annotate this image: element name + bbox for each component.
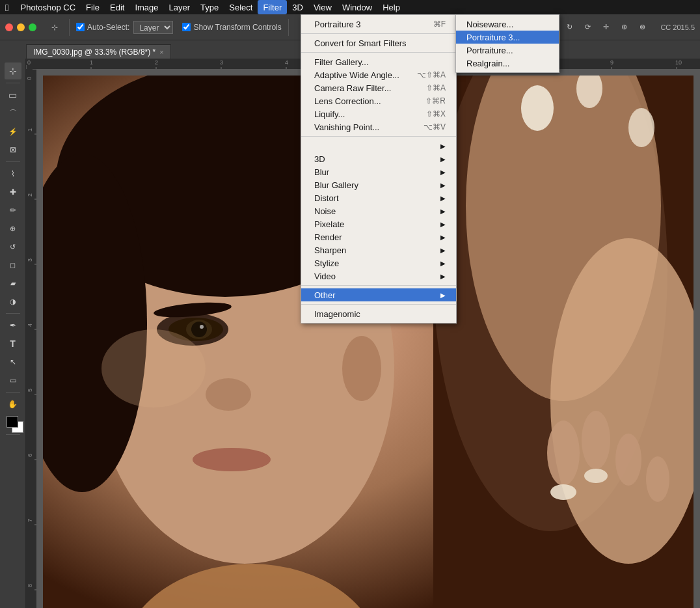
- svg-point-68: [646, 456, 669, 502]
- eraser-tool[interactable]: ◻: [5, 256, 21, 273]
- menu-view[interactable]: View: [308, 0, 337, 14]
- svg-text:2: 2: [27, 193, 33, 197]
- svg-point-65: [547, 421, 580, 486]
- auto-select-dropdown[interactable]: Layer: [133, 21, 173, 34]
- menu-item-pixelate[interactable]: Noise ▶: [301, 204, 456, 217]
- menu-layer[interactable]: Layer: [164, 0, 196, 14]
- menu-item-lens[interactable]: Lens Correction... ⇧⌘R: [301, 94, 456, 107]
- marquee-tool[interactable]: ▭: [5, 87, 21, 104]
- toolbar-sep-2: [288, 19, 289, 36]
- show-transform-label: Show Transform Controls: [193, 23, 281, 32]
- menu-item-sharpen[interactable]: Render ▶: [301, 230, 456, 243]
- 3d-rotate-icon[interactable]: ↻: [561, 20, 577, 35]
- document-tab[interactable]: IMG_0030.jpg @ 33.3% (RGB/8*) * ×: [26, 44, 171, 59]
- stamp-tool[interactable]: ⊕: [5, 220, 21, 237]
- menu-window[interactable]: Window: [337, 0, 377, 14]
- menu-item-adaptive[interactable]: Adaptive Wide Angle... ⌥⇧⌘A: [301, 68, 456, 81]
- quick-select-tool[interactable]: ⚡: [5, 123, 21, 140]
- svg-point-58: [206, 378, 251, 411]
- menu-file[interactable]: File: [81, 0, 105, 14]
- menu-item-stylize[interactable]: Sharpen ▶: [301, 243, 456, 256]
- submenu-arrow-icon: ▶: [440, 182, 446, 189]
- menu-item-distort[interactable]: Blur Gallery ▶: [301, 178, 456, 191]
- 3d-pan-icon[interactable]: ✛: [598, 20, 613, 35]
- menu-type[interactable]: Type: [195, 0, 224, 14]
- close-button[interactable]: [5, 23, 13, 31]
- lasso-tool[interactable]: ⌒: [5, 105, 21, 122]
- submenu-item-label: Realgrain...: [466, 59, 509, 68]
- foreground-color-swatch[interactable]: [7, 416, 18, 428]
- gradient-tool[interactable]: ▰: [5, 275, 21, 292]
- auto-select-checkbox[interactable]: Auto-Select:: [76, 23, 129, 32]
- menu-item-render[interactable]: Pixelate ▶: [301, 217, 456, 230]
- submenu-arrow-icon: ▶: [440, 143, 446, 150]
- move-tool[interactable]: ⊹: [5, 62, 21, 79]
- healing-tool[interactable]: ✚: [5, 184, 21, 200]
- menu-filter[interactable]: Filter: [258, 0, 287, 14]
- tool-sep-2: [6, 161, 20, 162]
- menu-3d[interactable]: 3D: [287, 0, 308, 14]
- menu-sep-3: [301, 285, 456, 286]
- menu-item-label: Adaptive Wide Angle...: [314, 70, 399, 80]
- menu-shortcut: ⌥⌘V: [424, 122, 446, 131]
- history-brush-tool[interactable]: ↺: [5, 238, 21, 255]
- menu-item-portraiture3-top[interactable]: Portraiture 3 ⌘F: [301, 18, 456, 31]
- menu-item-camera-raw[interactable]: Camera Raw Filter... ⇧⌘A: [301, 81, 456, 94]
- submenu-item-noiseware[interactable]: Noiseware...: [456, 18, 559, 31]
- maximize-button[interactable]: [29, 23, 36, 31]
- menu-item-other[interactable]: Video ▶: [301, 269, 456, 283]
- svg-point-69: [550, 484, 576, 500]
- tab-close-button[interactable]: ×: [159, 48, 163, 56]
- menu-item-blur[interactable]: 3D ▶: [301, 152, 456, 165]
- menu-help[interactable]: Help: [377, 0, 405, 14]
- show-transform-checkbox[interactable]: Show Transform Controls: [182, 23, 281, 32]
- crop-tool[interactable]: ⊠: [5, 141, 21, 158]
- svg-point-66: [582, 411, 610, 469]
- menu-item-liquify[interactable]: Liquify... ⇧⌘X: [301, 107, 456, 120]
- menu-item-label: Stylize: [314, 258, 339, 268]
- submenu-arrow-icon: ▶: [440, 169, 446, 176]
- pen-tool[interactable]: ✒: [5, 317, 21, 334]
- menu-edit[interactable]: Edit: [105, 0, 129, 14]
- apple-menu[interactable]: : [5, 2, 8, 13]
- menu-item-3d[interactable]: ▶: [301, 139, 456, 152]
- menu-sep-1: [301, 52, 456, 53]
- menu-select[interactable]: Select: [224, 0, 258, 14]
- submenu-item-realgrain[interactable]: Realgrain...: [456, 57, 559, 70]
- menu-item-noise[interactable]: Distort ▶: [301, 191, 456, 204]
- svg-text:3: 3: [220, 59, 223, 66]
- menu-item-browse[interactable]: Imagenomic: [301, 307, 456, 320]
- shape-tool[interactable]: ▭: [5, 372, 21, 389]
- hand-tool[interactable]: ✋: [5, 396, 21, 413]
- submenu-arrow-icon: ▶: [440, 247, 446, 254]
- submenu-arrow-icon: ▶: [440, 260, 446, 267]
- menu-image[interactable]: Image: [129, 0, 163, 14]
- menu-item-convert[interactable]: Convert for Smart Filters: [301, 36, 456, 49]
- minimize-button[interactable]: [17, 23, 25, 31]
- 3d-scale-icon[interactable]: ⊗: [634, 20, 650, 35]
- show-transform-input[interactable]: [182, 23, 191, 31]
- menu-item-imagenomic[interactable]: Other ▶: [301, 288, 456, 301]
- submenu-item-portraiture[interactable]: Portraiture...: [456, 44, 559, 57]
- svg-text:3: 3: [27, 258, 33, 262]
- submenu-arrow-icon: ▶: [440, 208, 446, 215]
- menu-item-label: Pixelate: [314, 219, 344, 229]
- tool-sep-3: [6, 313, 20, 314]
- dodge-tool[interactable]: ◑: [5, 293, 21, 310]
- submenu-item-portraiture3[interactable]: Portraiture 3...: [456, 31, 559, 44]
- 3d-slide-icon[interactable]: ⊕: [616, 20, 632, 35]
- menu-photoshop[interactable]: Photoshop CC: [15, 0, 81, 14]
- type-tool[interactable]: T: [5, 335, 21, 352]
- menu-item-gallery[interactable]: Filter Gallery...: [301, 55, 456, 68]
- svg-text:1: 1: [27, 128, 33, 131]
- 3d-roll-icon[interactable]: ⟳: [580, 20, 595, 35]
- auto-select-input[interactable]: [76, 23, 85, 31]
- menu-item-video[interactable]: Stylize ▶: [301, 256, 456, 269]
- menu-item-blur-gallery[interactable]: Blur ▶: [301, 165, 456, 178]
- menu-item-vanishing[interactable]: Vanishing Point... ⌥⌘V: [301, 120, 456, 133]
- brush-tool[interactable]: ✏: [5, 202, 21, 219]
- move-tool-icon[interactable]: ⊹: [47, 20, 62, 35]
- menu-shortcut: ⇧⌘R: [425, 96, 446, 105]
- path-select-tool[interactable]: ↖: [5, 353, 21, 370]
- eyedropper-tool[interactable]: ⌇: [5, 165, 21, 182]
